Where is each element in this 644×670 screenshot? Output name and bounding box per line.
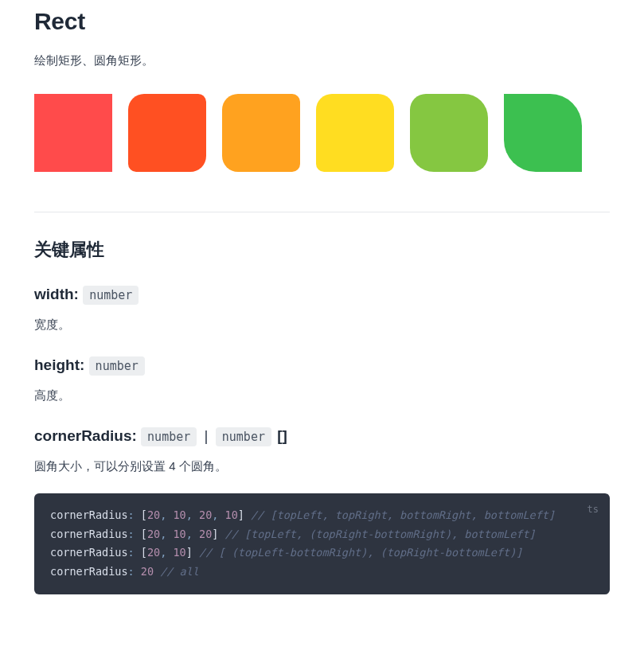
demo-rect-1 xyxy=(34,94,112,172)
prop-name: cornerRadius: xyxy=(34,427,137,444)
prop-type: number xyxy=(141,427,197,446)
section-heading: 关键属性 xyxy=(34,238,610,262)
code-example[interactable]: tscornerRadius: [20, 10, 20, 10] // [top… xyxy=(34,493,610,594)
intro-text: 绘制矩形、圆角矩形。 xyxy=(34,51,610,70)
section-divider xyxy=(34,212,610,212)
prop-height-desc: 高度。 xyxy=(34,388,610,403)
demo-rect-4 xyxy=(316,94,394,172)
prop-name: width: xyxy=(34,286,79,302)
array-brackets: [] xyxy=(277,427,287,444)
prop-name: height: xyxy=(34,356,84,373)
demo-rect-2 xyxy=(128,94,206,172)
prop-type: number xyxy=(83,286,139,305)
demo-rect-5 xyxy=(410,94,488,172)
code-line: cornerRadius: 20 // all xyxy=(50,565,199,578)
demo-rect-6 xyxy=(504,94,582,172)
code-lang-badge: ts xyxy=(587,501,599,518)
code-line: cornerRadius: [20, 10] // [ (topLeft-bot… xyxy=(50,546,522,559)
prop-corner-radius-desc: 圆角大小，可以分别设置 4 个圆角。 xyxy=(34,459,610,474)
prop-width-heading: width: number xyxy=(34,286,610,303)
prop-height-heading: height: number xyxy=(34,356,610,374)
prop-type: number xyxy=(89,356,145,376)
prop-width-desc: 宽度。 xyxy=(34,317,610,333)
prop-corner-radius-heading: cornerRadius: number | number [] xyxy=(34,427,610,445)
page-title: Rect xyxy=(34,8,610,35)
code-line: cornerRadius: [20, 10, 20] // [topLeft, … xyxy=(50,528,536,540)
prop-type: number xyxy=(216,427,271,446)
code-line: cornerRadius: [20, 10, 20, 10] // [topLe… xyxy=(50,508,555,521)
pipe: | xyxy=(205,427,209,444)
demo-grid xyxy=(34,94,610,172)
demo-rect-3 xyxy=(222,94,300,172)
